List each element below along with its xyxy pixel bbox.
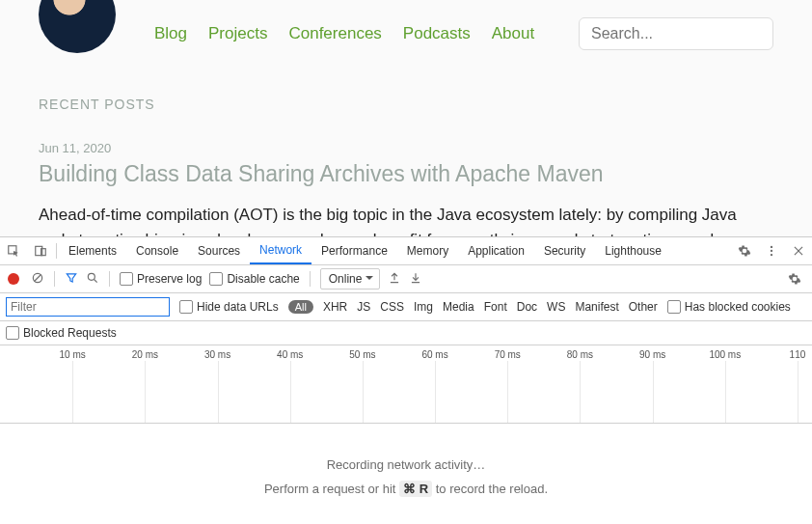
hide-data-urls-checkbox[interactable]: Hide data URLs xyxy=(179,300,279,314)
svg-point-12 xyxy=(88,273,95,280)
recording-line2-post: to record the reload. xyxy=(432,482,548,496)
filter-type-xhr[interactable]: XHR xyxy=(323,300,347,314)
avatar[interactable] xyxy=(39,0,116,53)
recording-message: Recording network activity… Perform a re… xyxy=(0,424,812,524)
recording-line2-pre: Perform a request or hit xyxy=(264,482,399,496)
filter-type-css[interactable]: CSS xyxy=(380,300,404,314)
disable-cache-label: Disable cache xyxy=(227,272,299,286)
svg-line-13 xyxy=(95,279,97,282)
tab-performance[interactable]: Performance xyxy=(311,237,397,264)
post-date: Jun 11, 2020 xyxy=(39,141,773,155)
blocked-requests-checkbox[interactable]: Blocked Requests xyxy=(6,326,117,340)
settings-icon[interactable] xyxy=(731,237,758,264)
timeline-tick: 30 ms xyxy=(204,349,230,360)
disable-cache-checkbox[interactable]: Disable cache xyxy=(209,272,299,286)
close-devtools-icon[interactable] xyxy=(785,237,812,264)
filter-type-manifest[interactable]: Manifest xyxy=(575,300,618,314)
svg-point-6 xyxy=(771,250,772,252)
hide-data-urls-label: Hide data URLs xyxy=(197,300,279,314)
tab-sources[interactable]: Sources xyxy=(188,237,250,264)
has-blocked-cookies-label: Has blocked cookies xyxy=(685,300,791,314)
tab-memory[interactable]: Memory xyxy=(397,237,458,264)
post-title[interactable]: Building Class Data Sharing Archives wit… xyxy=(39,161,773,187)
nav-conferences[interactable]: Conferences xyxy=(288,24,381,43)
search-network-icon[interactable] xyxy=(86,271,99,288)
search-box[interactable] xyxy=(579,17,773,50)
tab-network[interactable]: Network xyxy=(250,237,311,264)
recent-posts-label: RECENT POSTS xyxy=(39,97,773,112)
filter-type-ws[interactable]: WS xyxy=(547,300,565,314)
svg-point-5 xyxy=(771,246,772,248)
network-settings-icon[interactable] xyxy=(781,265,808,292)
timeline-tick: 90 ms xyxy=(639,349,665,360)
search-input[interactable] xyxy=(589,24,786,43)
timeline-tick: 60 ms xyxy=(421,349,447,360)
timeline-tick: 40 ms xyxy=(277,349,303,360)
tab-elements[interactable]: Elements xyxy=(59,237,126,264)
nav-podcasts[interactable]: Podcasts xyxy=(403,24,471,43)
filter-input[interactable] xyxy=(6,297,170,317)
clear-icon[interactable] xyxy=(31,271,44,288)
nav-blog[interactable]: Blog xyxy=(154,24,187,43)
recording-line2: Perform a request or hit ⌘ R to record t… xyxy=(264,482,548,496)
inspect-element-icon[interactable] xyxy=(0,237,27,264)
nav-about[interactable]: About xyxy=(492,24,534,43)
svg-point-7 xyxy=(771,254,772,256)
timeline-tick: 110 xyxy=(790,349,806,360)
download-icon[interactable] xyxy=(409,271,422,288)
more-icon[interactable] xyxy=(758,237,785,264)
timeline-tick: 100 ms xyxy=(709,349,741,360)
tab-lighthouse[interactable]: Lighthouse xyxy=(595,237,671,264)
timeline-tick: 20 ms xyxy=(132,349,158,360)
recording-shortcut: ⌘ R xyxy=(399,481,432,497)
device-toolbar-icon[interactable] xyxy=(27,237,54,264)
throttling-select[interactable]: Online xyxy=(320,268,381,290)
nav-projects[interactable]: Projects xyxy=(208,24,267,43)
tab-console[interactable]: Console xyxy=(126,237,188,264)
timeline-tick: 80 ms xyxy=(567,349,593,360)
record-button[interactable] xyxy=(8,273,19,285)
preserve-log-checkbox[interactable]: Preserve log xyxy=(120,272,202,286)
filter-type-font[interactable]: Font xyxy=(484,300,507,314)
tab-security[interactable]: Security xyxy=(534,237,595,264)
devtools-panel: Elements Console Sources Network Perform… xyxy=(0,236,812,524)
preserve-log-label: Preserve log xyxy=(137,272,202,286)
tab-application[interactable]: Application xyxy=(458,237,534,264)
filter-type-js[interactable]: JS xyxy=(357,300,370,314)
blocked-requests-label: Blocked Requests xyxy=(23,326,117,340)
filter-type-media[interactable]: Media xyxy=(443,300,474,314)
recording-line1: Recording network activity… xyxy=(327,457,486,472)
main-nav: Blog Projects Conferences Podcasts About xyxy=(154,24,579,43)
filter-type-all[interactable]: All xyxy=(288,300,313,314)
timeline-tick: 50 ms xyxy=(349,349,375,360)
throttling-value: Online xyxy=(329,272,363,286)
has-blocked-cookies-checkbox[interactable]: Has blocked cookies xyxy=(667,300,791,314)
filter-type-img[interactable]: Img xyxy=(414,300,433,314)
timeline-tick: 10 ms xyxy=(60,349,86,360)
svg-line-11 xyxy=(35,274,41,281)
filter-icon[interactable] xyxy=(65,271,78,288)
upload-icon[interactable] xyxy=(388,271,401,288)
filter-type-doc[interactable]: Doc xyxy=(517,300,537,314)
timeline-tick: 70 ms xyxy=(495,349,521,360)
filter-type-other[interactable]: Other xyxy=(629,300,658,314)
timeline[interactable]: 10 ms20 ms30 ms40 ms50 ms60 ms70 ms80 ms… xyxy=(0,345,812,424)
